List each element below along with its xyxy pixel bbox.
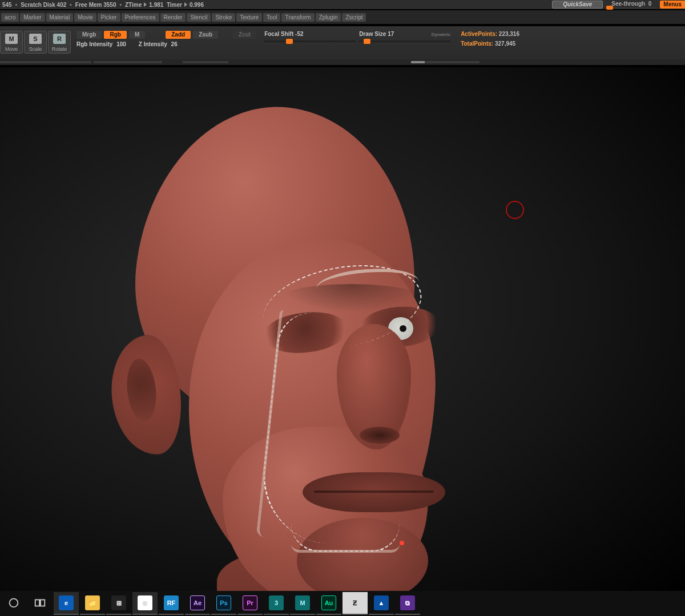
menu-bar: acro Marker Material Movie Picker Prefer… [0, 10, 685, 24]
mask-stroke [291, 524, 400, 552]
zadd-toggle[interactable]: Zadd [166, 31, 191, 39]
menus-button[interactable]: Menus [660, 1, 685, 9]
svg-rect-2 [41, 600, 45, 606]
taskview-icon[interactable] [27, 592, 53, 615]
menu-zplugin[interactable]: Zplugin [316, 13, 341, 22]
scale-label: Scale [29, 46, 42, 52]
z-intensity-value: 26 [171, 41, 178, 47]
focal-shift-value: -52 [295, 31, 303, 37]
dot-separator: • [15, 2, 18, 8]
timer-value: 0.996 [190, 2, 204, 8]
scale-icon: S [29, 34, 42, 44]
shelf-underbar [0, 59, 685, 65]
mask-endpoint [400, 541, 404, 545]
maya-icon[interactable]: M [290, 592, 315, 615]
status-strip: 545 • Scratch Disk 402 • Free Mem 3550 •… [0, 0, 685, 9]
visualstudio-icon[interactable]: ⧉ [395, 592, 420, 615]
ztime-label: ZTime [125, 2, 142, 8]
sculpt-head [91, 107, 457, 591]
draw-size-label: Draw Size [359, 31, 386, 37]
menu-transform[interactable]: Transform [281, 13, 314, 22]
menu-tool[interactable]: Tool [263, 13, 280, 22]
zsub-toggle[interactable]: Zsub [193, 31, 218, 39]
menu-render[interactable]: Render [160, 13, 186, 22]
audition-icon[interactable]: Au [316, 592, 341, 615]
seethrough-value: 0 [648, 1, 652, 7]
menu-movie[interactable]: Movie [74, 13, 96, 22]
ztime-value: 1.981 [149, 2, 163, 8]
totalpoints-label: TotalPoints: [461, 40, 493, 47]
store-icon[interactable]: ⊞ [106, 592, 131, 615]
svg-rect-1 [35, 600, 39, 606]
edge-icon[interactable]: e [54, 592, 79, 615]
freemem-label: Free Mem [75, 2, 102, 8]
dot-separator: • [120, 2, 122, 8]
timer-label: Timer [167, 2, 182, 8]
scratch-label: Scratch Disk [21, 2, 55, 8]
menu-material[interactable]: Material [46, 13, 74, 22]
z-intensity-slider[interactable]: Z Intensity 26 [139, 41, 180, 47]
dot-separator: • [70, 2, 72, 8]
menu-zscript[interactable]: Zscript [342, 13, 366, 22]
focal-shift-slider[interactable]: Focal Shift -52 [264, 31, 356, 42]
aftereffects-icon[interactable]: Ae [185, 592, 210, 615]
taskbar: e 📁 ⊞ ◉ RF Ae Ps Pr 3 M Au Ƶ ▲ ⧉ [0, 591, 685, 616]
3dsmax-icon[interactable]: 3 [264, 592, 289, 615]
menu-macro[interactable]: acro [1, 13, 19, 22]
menu-picker[interactable]: Picker [98, 13, 120, 22]
scratch-value: 402 [57, 2, 67, 8]
memory-bar [411, 61, 480, 63]
point-stats: ActivePoints: 223,316 TotalPoints: 327,9… [461, 31, 519, 47]
seethrough-label: See-through [611, 1, 645, 7]
rgb-intensity-slider[interactable]: Rgb Intensity 100 [76, 41, 128, 47]
menu-marker[interactable]: Marker [20, 13, 45, 22]
totalpoints-value: 327,945 [495, 40, 515, 47]
z-intensity-label: Z Intensity [139, 41, 167, 47]
rotate-icon: R [53, 34, 66, 44]
draw-size-slider[interactable]: Draw Size 17 Dynamic [359, 31, 450, 42]
realflow-icon[interactable]: RF [159, 592, 184, 615]
move-icon: M [5, 34, 18, 44]
rotate-button[interactable]: R Rotate [48, 31, 71, 54]
rgb-intensity-label: Rgb Intensity [76, 41, 112, 47]
freemem-value: 3550 [103, 2, 116, 8]
activepoints-value: 223,316 [499, 31, 519, 37]
rotate-label: Rotate [52, 46, 67, 52]
dynamic-label: Dynamic [432, 32, 450, 37]
focal-shift-label: Focal Shift [264, 31, 293, 37]
menu-preferences[interactable]: Preferences [122, 13, 159, 22]
menu-stencil[interactable]: Stencil [187, 13, 211, 22]
rgb-intensity-value: 100 [116, 41, 126, 47]
tool-shelf: M Move S Scale R Rotate Mrgb Rgb M Zadd … [0, 26, 685, 59]
photoshop-icon[interactable]: Ps [211, 592, 236, 615]
arrow-icon [184, 2, 187, 7]
menu-texture[interactable]: Texture [236, 13, 262, 22]
chrome-icon[interactable]: ◉ [132, 592, 158, 615]
status-frag: 545 [2, 2, 12, 8]
quicksave-button[interactable]: QuickSave [552, 1, 603, 9]
move-button[interactable]: M Move [0, 31, 23, 54]
brush-cursor-icon [506, 201, 524, 219]
move-label: Move [5, 46, 18, 52]
draw-size-value: 17 [388, 31, 394, 37]
scale-button[interactable]: S Scale [24, 31, 47, 54]
zcut-toggle[interactable]: Zcut [233, 31, 256, 39]
viewport[interactable] [0, 67, 685, 591]
m-toggle[interactable]: M [129, 31, 145, 39]
mrgb-toggle[interactable]: Mrgb [76, 31, 102, 39]
rgb-toggle[interactable]: Rgb [104, 31, 126, 39]
file-explorer-icon[interactable]: 📁 [80, 592, 105, 615]
premiere-icon[interactable]: Pr [237, 592, 263, 615]
cortana-icon[interactable] [1, 592, 26, 615]
zbrush-icon[interactable]: Ƶ [342, 592, 368, 615]
photos-icon[interactable]: ▲ [369, 592, 394, 615]
seethrough-slider[interactable]: See-through 0 [606, 1, 656, 9]
svg-point-0 [10, 599, 18, 607]
menu-stroke[interactable]: Stroke [212, 13, 235, 22]
arrow-icon [144, 2, 147, 7]
activepoints-label: ActivePoints: [461, 31, 497, 37]
